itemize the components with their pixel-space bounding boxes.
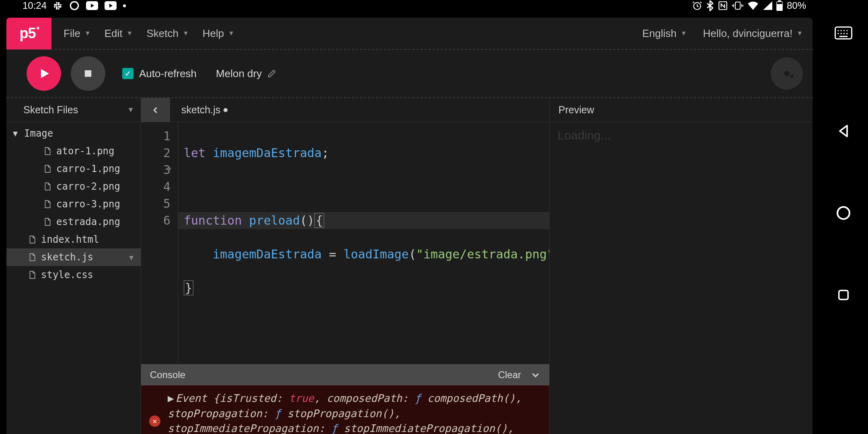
file-icon xyxy=(44,200,52,208)
code-editor[interactable]: 1 2 3▼ 4 5 6 let imagemDaEstrada; functi… xyxy=(141,122,549,364)
collapse-sidebar-button[interactable] xyxy=(141,98,170,122)
console-header: Console Clear xyxy=(141,364,549,385)
status-time: 10:24 xyxy=(23,0,47,11)
editor-column: sketch.js 1 2 3▼ 4 5 6 let xyxy=(141,98,550,434)
svg-rect-9 xyxy=(85,70,91,77)
file-ator1[interactable]: ator-1.png xyxy=(6,142,141,160)
caret-down-icon: ▼ xyxy=(228,30,234,37)
sketch-name[interactable]: Melon dry xyxy=(216,68,276,80)
unsaved-indicator-icon xyxy=(224,108,228,112)
menu-file[interactable]: File▼ xyxy=(64,27,91,40)
menu-edit[interactable]: Edit▼ xyxy=(105,27,133,40)
file-icon xyxy=(44,147,52,155)
file-icon xyxy=(44,165,52,173)
caret-down-icon: ▼ xyxy=(183,30,189,37)
caret-down-icon: ▼ xyxy=(127,30,133,37)
file-icon xyxy=(29,271,37,279)
battery-percent: 80% xyxy=(787,0,806,11)
svg-rect-7 xyxy=(778,0,781,2)
cell-signal-icon xyxy=(763,1,772,10)
preview-panel: Preview Loading... xyxy=(550,98,813,434)
wifi-icon xyxy=(747,1,759,10)
p5-logo[interactable]: p5* xyxy=(6,18,51,49)
preview-body: Loading... xyxy=(550,122,813,434)
file-icon xyxy=(44,182,52,190)
circle-icon xyxy=(69,0,80,11)
keyboard-icon[interactable] xyxy=(835,24,852,42)
alarm-icon xyxy=(692,0,702,11)
youtube-icon xyxy=(86,1,98,10)
svg-rect-13 xyxy=(839,291,848,300)
console-clear-button[interactable]: Clear xyxy=(498,369,521,381)
svg-rect-8 xyxy=(777,2,782,4)
tabbar: sketch.js xyxy=(141,98,549,122)
menubar: p5* File▼ Edit▼ Sketch▼ Help▼ xyxy=(6,18,813,50)
language-selector[interactable]: English▼ xyxy=(642,27,687,40)
error-icon: ✕ xyxy=(149,416,160,427)
android-nav-rail xyxy=(819,0,868,434)
vibrate-icon xyxy=(732,1,743,10)
svg-point-12 xyxy=(837,207,850,219)
bluetooth-icon xyxy=(706,0,714,11)
file-tree: ▼ Image ator-1.png carro-1.png xyxy=(6,122,141,434)
android-status-bar: 10:24 xyxy=(0,0,819,11)
caret-down-icon: ▼ xyxy=(84,30,91,37)
pencil-icon xyxy=(267,69,276,78)
youtube-icon-2 xyxy=(105,1,117,10)
console: Console Clear ✕ ▶Event {isTrus xyxy=(141,364,549,434)
fold-icon[interactable]: ▼ xyxy=(167,164,171,174)
svg-rect-5 xyxy=(735,2,740,9)
toolbar: ✓ Auto-refresh Melon dry xyxy=(6,50,813,98)
slack-icon xyxy=(53,1,63,10)
console-message: ✕ ▶Event {isTrusted: true, composedPath:… xyxy=(141,385,549,434)
chevron-down-icon[interactable] xyxy=(531,370,540,380)
caret-down-icon: ▼ xyxy=(127,106,134,114)
user-menu[interactable]: Hello, dvinciguerra!▼ xyxy=(703,27,803,40)
folder-image[interactable]: ▼ Image xyxy=(6,125,141,142)
settings-button[interactable] xyxy=(771,57,803,90)
sidebar-header[interactable]: Sketch Files ▼ xyxy=(6,98,141,122)
folder-open-icon: ▼ xyxy=(13,129,18,138)
menu-sketch[interactable]: Sketch▼ xyxy=(146,27,189,40)
p5-editor-app: p5* File▼ Edit▼ Sketch▼ Help▼ xyxy=(6,18,813,434)
caret-down-icon: ▼ xyxy=(796,30,803,37)
back-button[interactable] xyxy=(835,122,852,140)
caret-down-icon: ▼ xyxy=(681,30,687,37)
file-index[interactable]: index.html xyxy=(6,231,141,248)
caret-down-icon: ▼ xyxy=(129,253,133,262)
battery-icon xyxy=(776,0,783,11)
file-icon xyxy=(44,218,52,226)
file-carro3[interactable]: carro-3.png xyxy=(6,195,141,213)
file-carro1[interactable]: carro-1.png xyxy=(6,160,141,178)
file-sketchjs[interactable]: sketch.js ▼ xyxy=(6,248,141,266)
file-icon xyxy=(29,235,37,244)
preview-header: Preview xyxy=(550,98,813,122)
menu-help[interactable]: Help▼ xyxy=(203,27,234,40)
code-body[interactable]: let imagemDaEstrada; function preload(){… xyxy=(178,122,549,364)
line-gutter: 1 2 3▼ 4 5 6 xyxy=(141,122,178,364)
file-carro2[interactable]: carro-2.png xyxy=(6,178,141,195)
svg-point-0 xyxy=(70,2,78,10)
sidebar: Sketch Files ▼ ▼ Image ator-1.png xyxy=(6,98,141,434)
auto-refresh-toggle[interactable]: ✓ Auto-refresh xyxy=(122,68,197,80)
tab-sketchjs[interactable]: sketch.js xyxy=(170,98,239,122)
dot-indicator-icon xyxy=(123,4,126,7)
nfc-icon xyxy=(718,0,728,11)
recents-button[interactable] xyxy=(835,286,852,304)
home-button[interactable] xyxy=(835,204,852,222)
expand-icon[interactable]: ▶ xyxy=(168,392,174,404)
play-button[interactable] xyxy=(27,56,61,91)
checkbox-checked-icon: ✓ xyxy=(122,68,133,79)
file-stylecss[interactable]: style.css xyxy=(6,266,141,284)
stop-button[interactable] xyxy=(71,56,105,91)
file-icon xyxy=(29,253,37,261)
file-estrada[interactable]: estrada.png xyxy=(6,213,141,231)
